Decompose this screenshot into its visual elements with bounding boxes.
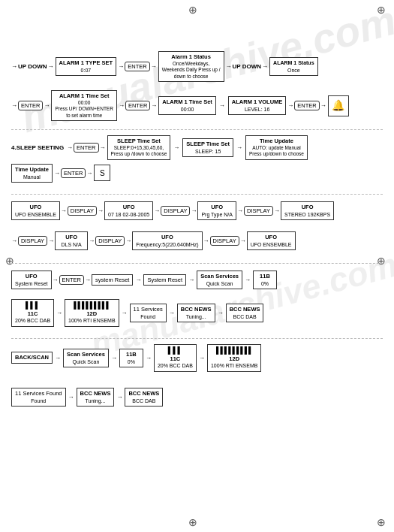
display-label-5[interactable]: DISPLAY <box>95 236 125 246</box>
enter-label-1[interactable]: ENTER <box>125 62 149 71</box>
up-down-label-2: UP DOWN <box>233 63 262 70</box>
compass-bot-right: ⊕ <box>374 515 388 529</box>
divider-4 <box>11 338 383 339</box>
display-label-1[interactable]: DISPLAY <box>68 206 97 216</box>
bars-11c-box1: ▌▌▌ 11C 20% BCC DAB <box>11 299 54 327</box>
bars-11c-sub1: 20% BCC DAB <box>15 317 50 324</box>
display-btn-3[interactable]: → DISPLAY → <box>237 206 280 216</box>
bcc-tuning-box2: BCC NEWS Tuning... <box>77 388 115 407</box>
services-found-box2: 11 Services Found Found <box>11 388 66 407</box>
enter-btn-3[interactable]: → ENTER → <box>119 101 157 110</box>
alarm1-time2-sub: 00:00 <box>162 106 212 113</box>
display-btn-6[interactable]: → DISPLAY → <box>203 236 246 246</box>
back-scan-box[interactable]: BACK/SCAN <box>11 352 53 364</box>
ufo-label-1: UFO <box>15 204 56 211</box>
back-scan-label[interactable]: BACK/SCAN <box>15 354 49 361</box>
display-label-3[interactable]: DISPLAY <box>244 206 273 216</box>
sleep-time-sub: SLEEP:0+15,30,45,60,Press up /down to ch… <box>111 145 167 158</box>
bars-12d-title1: 12D <box>68 310 116 318</box>
alarm1-status-title: Alarm 1 Status <box>162 53 221 61</box>
bars-12d-bars2: ▌▌▌▌▌▌▌▌▌ <box>211 346 258 355</box>
services-found-title1: 11 Services <box>134 306 163 313</box>
bcc-dab-title1: BCC NEWS <box>230 306 260 313</box>
bcc-tuning-sub2: Tuning... <box>80 397 111 404</box>
enter-label-5[interactable]: ENTER <box>74 143 98 153</box>
enter-label-6[interactable]: ENTER <box>61 168 86 178</box>
bars-12d-box2: ▌▌▌▌▌▌▌▌▌ 12D 100% RTI ENSEMB <box>207 344 262 372</box>
sleep-time-title: SLEEP Time Set <box>111 138 167 145</box>
display-btn-5[interactable]: → DISPLAY → <box>89 236 131 246</box>
ufo-prg-box: UFO Prg Type N/A <box>197 201 236 220</box>
row4-ufo-display: UFO UFO ENSEMBLE → DISPLAY → UFO 07 18 0… <box>11 201 334 220</box>
enter-btn-4[interactable]: → ENTER → <box>287 101 326 110</box>
pct-11b-box2: 11B 0% <box>119 349 143 367</box>
ufo-stereo-box: UFO STEREO 192KBPS <box>281 201 334 220</box>
arrow-up-down-2: → UP DOWN → <box>226 63 269 70</box>
alarm1-time2-title: ALARM 1 Time Set <box>162 98 212 106</box>
enter-btn-7[interactable]: → ENTER → <box>53 275 91 285</box>
enter-label-7[interactable]: ENTER <box>59 275 84 285</box>
alarm1-status-once-box: ALARM 1 Status Once <box>269 57 317 75</box>
ufo-label-6: UFO <box>136 234 198 241</box>
alarm1-time-set2-box: ALARM 1 Time Set 00:00 <box>158 96 216 115</box>
enter-btn-5[interactable]: → ENTER → <box>67 143 105 153</box>
compass-mid-left: ⊕ <box>3 254 17 268</box>
ufo-label-7: UFO <box>251 234 292 241</box>
alarm1-time-set-box: ALARM 1 Time Set 00:00Press UP/ DOWN+ENT… <box>51 90 116 121</box>
scan-services-box1: Scan Services Quick Scan <box>197 271 242 289</box>
sleep-seeting-label: 4.SLEEP SEETING <box>11 144 64 151</box>
ufo-stereo-sub: STEREO 192KBPS <box>284 211 330 218</box>
sleep-time2-sub: SLEEP: 15 <box>186 148 230 155</box>
system-reset3-box: System Reset <box>143 274 186 286</box>
time-update-sub: AUTO: update ManualPress up/down to choo… <box>249 145 304 158</box>
bars-11c-title2: 11C <box>158 355 193 363</box>
enter-btn-2[interactable]: → ENTER → <box>11 101 50 110</box>
compass-top-center: ⊕ <box>186 3 200 17</box>
bcc-dab-sub2: BCC DAB <box>128 397 159 404</box>
bell-icon: 🔔 <box>332 98 344 112</box>
sleep-time2-title: SLEEP Time Set <box>186 141 230 148</box>
row8-back-scan: BACK/SCAN → Scan Services Quick Scan → 1… <box>11 344 261 372</box>
bcc-tuning-box1: BCC NEWS Tuning... <box>177 304 215 322</box>
display-label-2[interactable]: DISPLAY <box>161 206 190 216</box>
ufo-ensemble-box1: UFO UFO ENSEMBLE <box>11 201 60 220</box>
bars-12d-sub2: 100% RTI ENSEMB <box>211 362 258 369</box>
scan-services-box2: Scan Services Quick Scan <box>63 349 109 367</box>
bars-12d-sub1: 100% RTI ENSEMB <box>68 317 116 324</box>
ufo-ensemble-sub2: UFO ENSEMBLE <box>251 241 292 248</box>
pct-11b-title2: 11B <box>123 351 140 358</box>
enter-label-3[interactable]: ENTER <box>125 101 150 110</box>
sleep-time-set-box: SLEEP Time Set SLEEP:0+15,30,45,60,Press… <box>107 135 171 160</box>
enter-btn-6[interactable]: → ENTER → <box>54 168 92 178</box>
alarm1-time-sub: 00:00Press UP/ DOWN+ENTERto set alarm ti… <box>55 100 113 119</box>
time-update-title: Time Update <box>249 138 304 145</box>
alarm1-status-sub: Once/Weekdays,Weekends Daily Press up /d… <box>162 61 221 80</box>
scan-sub2: Quick Scan <box>67 358 105 365</box>
bcc-tuning-title2: BCC NEWS <box>80 390 111 397</box>
bcc-tuning-title1: BCC NEWS <box>181 306 212 313</box>
bars-11c-bars2: ▌▌▌ <box>158 346 193 355</box>
enter-btn-1[interactable]: → ENTER → <box>118 62 156 71</box>
row2-alarm-time: → ENTER → ALARM 1 Time Set 00:00Press UP… <box>11 90 349 121</box>
ufo-label-3: UFO <box>201 204 233 211</box>
ufo-sys-title: UFO <box>15 273 48 280</box>
system-reset2-label: system Reset <box>95 277 129 284</box>
display-label-6[interactable]: DISPLAY <box>210 236 239 246</box>
pct-11b-title: 11B <box>257 273 273 280</box>
row7-bars: ▌▌▌ 11C 20% BCC DAB → ▌▌▌▌▌▌▌▌▌ 12D 100%… <box>11 299 263 327</box>
alarm1-volume-box: ALARM 1 VOLUME LEVEL: 16 <box>228 96 287 115</box>
bcc-dab-sub1: BCC DAB <box>230 313 260 320</box>
display-label-4[interactable]: DISPLAY <box>18 236 47 246</box>
enter-label-4[interactable]: ENTER <box>294 101 319 110</box>
ufo-sys-sub: System Reset <box>15 280 48 287</box>
compass-mid-right: ⊕ <box>374 254 388 268</box>
display-btn-4[interactable]: → DISPLAY → <box>11 236 54 246</box>
bcc-tuning-sub1: Tuning... <box>181 313 212 320</box>
ufo-dls-box: UFO DLS N/A <box>55 231 88 250</box>
time-update2-box: Time Update Manual <box>11 164 53 183</box>
display-btn-2[interactable]: → DISPLAY → <box>154 206 197 216</box>
arrow-up-down-1: → UP DOWN → <box>11 63 54 70</box>
enter-label-2[interactable]: ENTER <box>18 101 43 110</box>
pct-11b-sub: 0% <box>257 280 273 287</box>
display-btn-1[interactable]: → DISPLAY → <box>61 206 104 216</box>
